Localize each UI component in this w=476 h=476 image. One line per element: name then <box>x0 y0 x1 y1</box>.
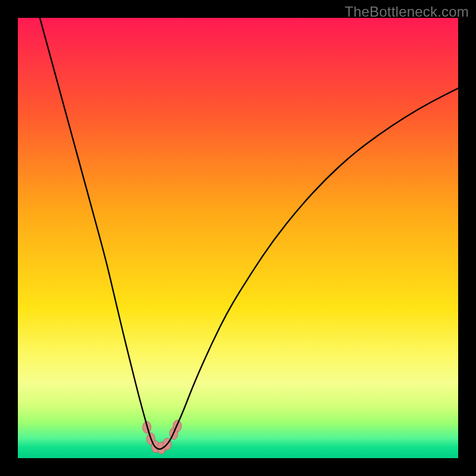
chart-frame: TheBottleneck.com <box>0 0 476 476</box>
bottleneck-chart <box>18 18 458 458</box>
gradient-background <box>18 18 458 458</box>
plot-area <box>18 18 458 458</box>
